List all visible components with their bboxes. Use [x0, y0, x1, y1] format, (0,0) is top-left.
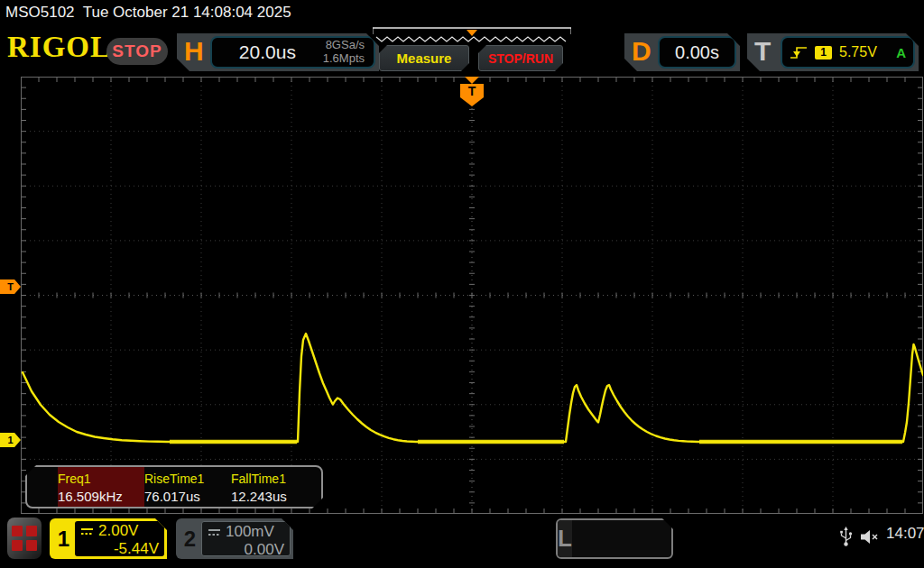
measurement-label: RiseTime1 [144, 472, 231, 486]
sample-rate: 8GSa/s [323, 39, 365, 52]
clock: 14:07 [886, 525, 924, 543]
usb-icon [839, 527, 853, 547]
channel2-scale: 100mV [226, 523, 274, 541]
trigger-slope-icon [790, 44, 808, 60]
trigger-label: T [754, 36, 771, 67]
memory-depth: 1.6Mpts [323, 52, 365, 66]
channel1-ground-marker[interactable]: 1 [0, 433, 21, 447]
acquisition-rates: 8GSa/s 1.6Mpts [323, 39, 374, 66]
channel1-offset: -5.44V [80, 540, 159, 558]
menu-grid-button[interactable] [7, 518, 42, 559]
horizontal-label: H [184, 36, 204, 67]
horizontal-settings-box[interactable]: H 20.0us 8GSa/s 1.6Mpts [177, 33, 379, 71]
speaker-muted-icon[interactable] [860, 529, 881, 545]
measurement-freq[interactable]: Freq1 16.509kHz [58, 467, 144, 507]
dc-coupling-icon [80, 527, 94, 536]
trigger-mode: A [896, 45, 906, 60]
measure-button[interactable]: Measure [379, 45, 469, 71]
logic-channels-box[interactable]: L 0 1 2 3 4 5 6 7 8 9 10 11 12 13 14 15 [556, 518, 673, 559]
channel1-box[interactable]: 1 2.00V -5.44V [50, 518, 167, 559]
stop-run-button[interactable]: STOP/RUN [478, 45, 563, 71]
trigger-position-arrow-icon[interactable] [465, 77, 479, 84]
trigger-source-badge: 1 [815, 46, 832, 60]
measurement-value: 76.017us [144, 489, 231, 504]
header-bar: RIGOL STOP H 20.0us 8GSa/s 1.6Mpts Measu… [0, 25, 924, 74]
title-bar: MSO5102 Tue October 21 14:08:04 2025 [0, 0, 924, 25]
timebase-value[interactable]: 20.0us [212, 41, 323, 63]
channel2-offset: 0.00V [208, 541, 284, 559]
bottom-bar: 1 2.00V -5.44V 2 100mV 0.00V [0, 514, 924, 568]
trigger-level-marker[interactable]: T [0, 279, 21, 294]
dc-coupling-icon [208, 528, 221, 536]
measurement-panel[interactable]: Freq1 16.509kHz RiseTime1 76.017us FallT… [25, 465, 323, 508]
channel2-box[interactable]: 2 100mV 0.00V [176, 518, 293, 559]
measurement-risetime[interactable]: RiseTime1 76.017us [144, 467, 231, 507]
waveform-display[interactable] [21, 77, 923, 514]
trigger-settings-box[interactable]: T 1 5.75V A [747, 33, 919, 71]
menu-grid-icon [12, 526, 37, 551]
measurement-falltime[interactable]: FallTime1 12.243us [231, 467, 318, 507]
model-and-datetime: MSO5102 Tue October 21 14:08:04 2025 [5, 4, 291, 22]
channel2-number: 2 [179, 521, 201, 556]
measurement-value: 16.509kHz [58, 489, 144, 504]
delay-value[interactable]: 0.00s [660, 42, 735, 63]
delay-label: D [632, 36, 651, 67]
rigol-logo: RIGOL [7, 31, 111, 64]
channel1-scale: 2.00V [98, 522, 138, 540]
logic-row-0-7: 0 1 2 3 4 5 6 7 [579, 555, 678, 568]
measurement-value: 12.243us [231, 489, 318, 504]
measurement-label: Freq1 [58, 472, 144, 486]
stop-run-button-label: STOP/RUN [488, 51, 553, 66]
trigger-level-value[interactable]: 5.75V [839, 44, 877, 60]
measurement-label: FallTime1 [231, 472, 318, 486]
measure-button-label: Measure [397, 50, 452, 66]
delay-settings-box[interactable]: D 0.00s [624, 33, 740, 71]
channel1-number: 1 [52, 521, 75, 556]
run-state-badge: STOP [106, 38, 168, 65]
waveform-memory-bar[interactable] [373, 27, 571, 45]
logic-label: L [558, 520, 572, 557]
